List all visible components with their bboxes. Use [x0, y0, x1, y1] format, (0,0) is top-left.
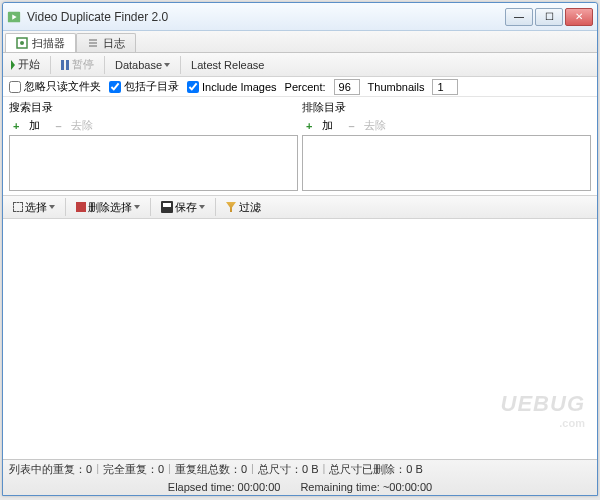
maximize-button[interactable]: ☐: [535, 8, 563, 26]
results-area[interactable]: UEBUG .com: [3, 219, 597, 459]
minus-icon: –: [56, 120, 62, 132]
start-label: 开始: [18, 57, 40, 72]
exclude-dir-list[interactable]: [302, 135, 591, 191]
filter-icon: [226, 202, 236, 212]
plus-icon: +: [13, 120, 19, 132]
search-dir-title: 搜索目录: [9, 99, 298, 116]
play-icon: [11, 60, 15, 70]
tab-log-label: 日志: [103, 36, 125, 51]
include-images-input[interactable]: [187, 81, 199, 93]
pause-button[interactable]: 暂停: [57, 56, 98, 73]
delete-selection-label: 删除选择: [88, 200, 132, 215]
plus-icon: +: [306, 120, 312, 132]
thumbnails-label: Thumbnails: [368, 81, 425, 93]
separator: [65, 198, 66, 216]
status-elapsed: Elapsed time: 00:00:00: [168, 481, 281, 493]
svg-point-3: [20, 41, 24, 45]
search-dir-list[interactable]: [9, 135, 298, 191]
search-add-button[interactable]: + 加: [9, 117, 44, 134]
percent-input[interactable]: 96: [334, 79, 360, 95]
app-icon: [7, 10, 21, 24]
select-label: 选择: [25, 200, 47, 215]
close-button[interactable]: ✕: [565, 8, 593, 26]
watermark: UEBUG .com: [501, 391, 585, 429]
status-bar: 列表中的重复：0 | 完全重复：0 | 重复组总数：0 | 总尺寸：0 B | …: [3, 459, 597, 495]
filter-label: 过滤: [239, 200, 261, 215]
separator: [50, 56, 51, 74]
include-subdir-input[interactable]: [109, 81, 121, 93]
minus-icon: –: [349, 120, 355, 132]
caret-icon: [49, 205, 55, 209]
separator: [104, 56, 105, 74]
caret-icon: [164, 63, 170, 67]
pause-icon: [61, 60, 69, 70]
separator: [215, 198, 216, 216]
exclude-add-button[interactable]: + 加: [302, 117, 337, 134]
filter-button[interactable]: 过滤: [222, 199, 265, 216]
delete-icon: [76, 202, 86, 212]
include-images-label: Include Images: [202, 81, 277, 93]
exclude-dir-title: 排除目录: [302, 99, 591, 116]
latest-release-button[interactable]: Latest Release: [187, 58, 268, 72]
status-size-deleted: 总尺寸已删除：0 B: [329, 462, 423, 477]
ignore-readonly-label: 忽略只读文件夹: [24, 79, 101, 94]
status-total-size: 总尺寸：0 B: [258, 462, 319, 477]
include-subdir-checkbox[interactable]: 包括子目录: [109, 79, 179, 94]
options-row: 忽略只读文件夹 包括子目录 Include Images Percent: 96…: [3, 77, 597, 97]
percent-label: Percent:: [285, 81, 326, 93]
titlebar: Video Duplicate Finder 2.0 — ☐ ✕: [3, 3, 597, 31]
save-dropdown[interactable]: 保存: [157, 199, 209, 216]
search-dir-panel: 搜索目录 + 加 – 去除: [9, 99, 298, 191]
save-icon: [161, 201, 173, 213]
thumbnails-input[interactable]: 1: [432, 79, 458, 95]
start-button[interactable]: 开始: [7, 56, 44, 73]
ignore-readonly-input[interactable]: [9, 81, 21, 93]
separator: [180, 56, 181, 74]
caret-icon: [134, 205, 140, 209]
search-remove-button[interactable]: – 去除: [52, 117, 97, 134]
include-subdir-label: 包括子目录: [124, 79, 179, 94]
separator: [150, 198, 151, 216]
status-remaining: Remaining time: ~00:00:00: [300, 481, 432, 493]
toolbar-results: 选择 删除选择 保存 过滤: [3, 195, 597, 219]
tabstrip: 扫描器 日志: [3, 31, 597, 53]
status-group-count: 重复组总数：0: [175, 462, 247, 477]
tab-log[interactable]: 日志: [76, 33, 136, 52]
latest-label: Latest Release: [191, 59, 264, 71]
status-dup-in-list: 列表中的重复：0: [9, 462, 92, 477]
minimize-button[interactable]: —: [505, 8, 533, 26]
scanner-icon: [16, 37, 28, 49]
window-title: Video Duplicate Finder 2.0: [27, 10, 505, 24]
save-label: 保存: [175, 200, 197, 215]
caret-icon: [199, 205, 205, 209]
select-dropdown[interactable]: 选择: [9, 199, 59, 216]
delete-selection-dropdown[interactable]: 删除选择: [72, 199, 144, 216]
toolbar-main: 开始 暂停 Database Latest Release: [3, 53, 597, 77]
include-images-checkbox[interactable]: Include Images: [187, 81, 277, 93]
pause-label: 暂停: [72, 57, 94, 72]
tab-scanner-label: 扫描器: [32, 36, 65, 51]
database-label: Database: [115, 59, 162, 71]
database-dropdown[interactable]: Database: [111, 58, 174, 72]
exclude-dir-panel: 排除目录 + 加 – 去除: [302, 99, 591, 191]
select-icon: [13, 202, 23, 212]
directory-panels: 搜索目录 + 加 – 去除 排除目录 + 加 – 去除: [3, 97, 597, 195]
tab-scanner[interactable]: 扫描器: [5, 33, 76, 52]
log-icon: [87, 37, 99, 49]
exclude-remove-button[interactable]: – 去除: [345, 117, 390, 134]
status-full-dup: 完全重复：0: [103, 462, 164, 477]
ignore-readonly-checkbox[interactable]: 忽略只读文件夹: [9, 79, 101, 94]
